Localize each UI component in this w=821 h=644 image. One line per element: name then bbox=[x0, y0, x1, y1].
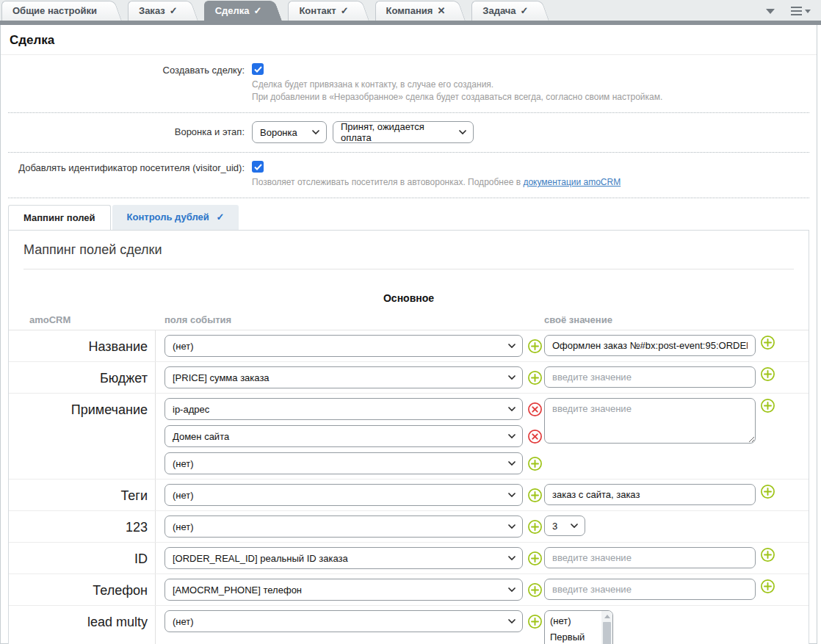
scroll-up-icon[interactable] bbox=[601, 611, 612, 621]
x-mark-icon: ✕ bbox=[437, 5, 445, 16]
event-field-select[interactable]: (нет) bbox=[164, 515, 523, 538]
table-row-tags: Теги (нет) bbox=[9, 480, 809, 511]
funnel-select[interactable]: Воронка bbox=[252, 121, 327, 143]
row-label: ID bbox=[9, 543, 156, 574]
tab-field-mapping[interactable]: Маппинг полей bbox=[8, 205, 111, 230]
tab-deal-label: Сделка bbox=[215, 5, 250, 16]
create-deal-help: Сделка будет привязана к контакту, в слу… bbox=[252, 79, 809, 104]
visitor-uid-help-text: Позволяет отслеживать посетителя в автов… bbox=[252, 177, 521, 187]
event-field-select[interactable]: [ORDER_REAL_ID] реальный ID заказа bbox=[164, 547, 523, 569]
add-icon[interactable] bbox=[527, 551, 543, 566]
event-field-select-value: (нет) bbox=[173, 490, 194, 501]
event-field-select-value: [PRICE] сумма заказа bbox=[173, 372, 270, 383]
caret-down-icon bbox=[805, 10, 811, 13]
create-deal-checkbox[interactable] bbox=[252, 63, 264, 75]
stage-select-value: Принят, ожидается оплата bbox=[341, 121, 453, 143]
row-label: 123 bbox=[9, 511, 156, 542]
add-icon[interactable] bbox=[760, 547, 775, 562]
tab-contact-label: Контакт bbox=[299, 5, 336, 16]
listbox-option[interactable]: Первый bbox=[545, 629, 601, 644]
tab-contact[interactable]: Контакт✓ bbox=[288, 1, 355, 21]
custom-value-input[interactable] bbox=[544, 366, 756, 388]
event-field-select-value: (нет) bbox=[173, 341, 194, 352]
add-icon[interactable] bbox=[760, 484, 775, 499]
tab-task-label: Задача bbox=[482, 5, 516, 16]
listbox-option[interactable]: (нет) bbox=[545, 613, 601, 629]
chevron-down-icon bbox=[508, 556, 516, 560]
mapping-table: amoCRM поля события своё значение Назван… bbox=[9, 314, 809, 644]
chevron-down-icon bbox=[508, 493, 516, 497]
check-icon: ✓ bbox=[521, 5, 529, 16]
mapping-group-title: Основное bbox=[9, 292, 809, 304]
tab-duplicate-control[interactable]: Контроль дублей ✓ bbox=[112, 205, 239, 230]
tab-company[interactable]: Компания✕ bbox=[375, 1, 453, 21]
row-label: Бюджет bbox=[9, 362, 156, 393]
add-icon[interactable] bbox=[760, 398, 775, 413]
add-icon[interactable] bbox=[527, 456, 543, 471]
event-field-select[interactable]: (нет) bbox=[164, 452, 523, 474]
chevron-down-icon bbox=[508, 619, 516, 623]
add-icon[interactable] bbox=[527, 519, 543, 535]
event-field-select[interactable]: [PRICE] сумма заказа bbox=[164, 366, 523, 388]
chevron-down-icon bbox=[508, 434, 516, 438]
tab-order[interactable]: Заказ✓ bbox=[128, 1, 185, 21]
visitor-uid-label: Добавлять идентификатор посетителя (visi… bbox=[8, 161, 252, 189]
chevron-down-icon bbox=[312, 130, 319, 134]
visitor-uid-help: Позволяет отслеживать посетителя в автов… bbox=[252, 176, 809, 189]
tab-general[interactable]: Общие настройки bbox=[1, 1, 109, 21]
tab-general-label: Общие настройки bbox=[12, 5, 97, 16]
add-icon[interactable] bbox=[760, 579, 775, 594]
row-label: lead multy bbox=[9, 606, 156, 644]
custom-value-textarea[interactable] bbox=[544, 398, 756, 444]
event-field-select[interactable]: (нет) bbox=[164, 335, 523, 357]
chevron-down-icon bbox=[508, 524, 516, 529]
event-field-select-value: Домен сайта bbox=[173, 431, 229, 442]
chevron-down-icon bbox=[508, 407, 516, 411]
tab-deal[interactable]: Сделка✓ bbox=[204, 1, 270, 21]
table-row-name: Название (нет) bbox=[9, 330, 809, 362]
add-icon[interactable] bbox=[527, 339, 543, 354]
event-field-select[interactable]: [AMOCRM_PHONE] телефон bbox=[164, 579, 523, 601]
visitor-uid-checkbox[interactable] bbox=[252, 161, 264, 173]
add-icon[interactable] bbox=[760, 366, 775, 382]
check-icon: ✓ bbox=[254, 5, 262, 16]
add-icon[interactable] bbox=[527, 370, 543, 386]
custom-value-input[interactable] bbox=[544, 484, 756, 505]
add-icon[interactable] bbox=[527, 488, 543, 503]
funnel-row: Воронка и этап: Воронка Принят, ожидаетс… bbox=[8, 113, 809, 153]
row-label: Телефон bbox=[9, 574, 156, 605]
tabs-dropdown-icon[interactable] bbox=[766, 9, 775, 14]
custom-value-select[interactable]: 3 bbox=[544, 515, 585, 536]
scrollbar-thumb[interactable] bbox=[603, 622, 611, 644]
custom-value-listbox[interactable]: (нет) Первый Второй Третий bbox=[544, 610, 613, 644]
table-row-123: 123 (нет) 3 bbox=[9, 511, 809, 543]
event-field-select[interactable]: Домен сайта bbox=[164, 425, 523, 447]
event-field-select[interactable]: (нет) bbox=[164, 610, 523, 632]
settings-tab-bar: Общие настройки Заказ✓ Сделка✓ Контакт✓ … bbox=[0, 0, 821, 21]
create-deal-help-line1: Сделка будет привязана к контакту, в слу… bbox=[252, 79, 809, 91]
visitor-uid-row: Добавлять идентификатор посетителя (visi… bbox=[8, 153, 809, 198]
tab-task[interactable]: Задача✓ bbox=[471, 1, 535, 21]
add-icon[interactable] bbox=[527, 614, 543, 629]
event-field-select[interactable]: (нет) bbox=[164, 484, 523, 506]
add-icon[interactable] bbox=[527, 582, 543, 598]
column-header-amocrm: amoCRM bbox=[9, 314, 156, 325]
event-field-select[interactable]: ip-адрес bbox=[164, 398, 523, 420]
custom-value-input[interactable] bbox=[544, 579, 756, 600]
table-row-phone: Телефон [AMOCRM_PHONE] телефон bbox=[9, 574, 809, 606]
custom-value-input[interactable] bbox=[544, 547, 756, 568]
custom-value-input[interactable] bbox=[544, 335, 756, 356]
stage-select[interactable]: Принят, ожидается оплата bbox=[333, 121, 474, 143]
row-label: Примечание bbox=[9, 394, 156, 479]
amocrm-docs-link[interactable]: документации amoCRM bbox=[523, 177, 621, 187]
table-row-lead-multy: lead multy (нет) (нет) Первый bbox=[9, 606, 809, 644]
divider bbox=[23, 269, 794, 269]
remove-icon[interactable] bbox=[527, 402, 543, 417]
table-row-budget: Бюджет [PRICE] сумма заказа bbox=[9, 362, 809, 394]
listbox-scrollbar[interactable] bbox=[601, 611, 612, 644]
mapping-section-title: Маппинг полей сделки bbox=[9, 242, 809, 258]
remove-icon[interactable] bbox=[527, 429, 543, 444]
check-icon: ✓ bbox=[170, 5, 178, 16]
tabs-menu-button[interactable] bbox=[791, 7, 811, 15]
add-icon[interactable] bbox=[760, 335, 775, 350]
